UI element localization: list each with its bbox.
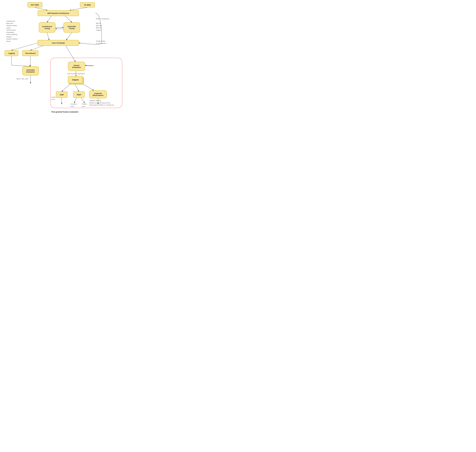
- nmt-node: NMT Baseline Architecture: [38, 10, 79, 16]
- submodel-tuning-node: Submodel Tuning: [63, 22, 80, 33]
- logging-node: Logging: [5, 50, 18, 56]
- dgt-label: DGT (55k): [31, 4, 39, 6]
- arch-tuning-node: Architecture Tuning: [39, 22, 55, 33]
- bpe-label: BPE 8k BPE 16k BPE 32k Unigram: [96, 22, 102, 31]
- svg-line-9: [30, 46, 43, 50]
- sqm-label: SQM: [60, 94, 64, 96]
- auto-eval-node: Automatic Evaluation: [22, 66, 39, 75]
- outputs-node: Outputs: [68, 76, 85, 84]
- svg-line-20: [74, 98, 77, 103]
- train-full-label: Train Full Model: [52, 42, 65, 44]
- pa-node: PA (88k): [80, 2, 95, 7]
- train-full-node: Train Full Model: [38, 40, 79, 46]
- linguistic-node: Linguistic Observations: [89, 90, 107, 98]
- levels-label: Levels 0 to 6: [51, 96, 56, 100]
- sqm-node: SQM: [56, 92, 67, 98]
- dgt-node: DGT (55k): [27, 2, 42, 7]
- svg-line-11: [11, 65, 31, 66]
- auto-eval-label: Automatic Evaluation: [26, 69, 35, 73]
- svg-line-1: [70, 7, 87, 10]
- output-page-3: Outputs: [68, 76, 83, 83]
- colab-label: Google Colab or Local Server: [96, 40, 106, 45]
- fine-grained-label: Fine-grained human evaluation: [52, 111, 78, 113]
- diagram-container: DGT (55k) PA (88k) NMT Baseline Architec…: [0, 0, 126, 117]
- mqm-node: MQM: [73, 92, 85, 98]
- annotators-text: Annotators: [86, 65, 93, 66]
- svg-line-2: [47, 16, 52, 22]
- human-eval-label: Human Evaluation: [72, 64, 81, 68]
- nmt-label: NMT Baseline Architecture: [47, 12, 69, 14]
- rnn-label: RNN or Transformer: [96, 18, 109, 20]
- svg-line-4: [47, 33, 49, 40]
- logging-label: Logging: [8, 52, 15, 54]
- svg-line-21: [81, 98, 85, 103]
- arrows-svg: [0, 0, 126, 117]
- outputs-label: Outputs: [72, 79, 79, 81]
- arch-tuning-label: Architecture Tuning: [42, 26, 52, 29]
- accuracy-label: Accuracy score: [71, 103, 77, 107]
- submodel-tuning-label: Submodel Tuning: [67, 26, 76, 29]
- pa-label: PA (88k): [84, 4, 91, 6]
- tensorboard-node: Tensorboard: [22, 50, 38, 56]
- svg-line-0: [35, 7, 47, 10]
- svg-line-8: [11, 43, 38, 50]
- mqm-label: MQM: [77, 94, 81, 96]
- svg-line-17: [75, 84, 79, 92]
- svg-line-3: [65, 16, 72, 22]
- tensorboard-label: Tensorboard: [25, 52, 35, 54]
- linguistic-label: Linguistic Observations: [92, 92, 104, 96]
- arch-params-label: Learning rate Batch size Attention Heads…: [6, 20, 33, 42]
- human-eval-node: Human Evaluation: [68, 62, 85, 71]
- svg-line-5: [66, 33, 72, 40]
- bleu-label: BLEU, TER, ChrF: [17, 78, 28, 80]
- fluency-label: Fluency score: [82, 103, 87, 107]
- linguistic-notes-label: Interpret meaning Identify core grammati…: [89, 100, 115, 106]
- annotators-label: Annotators: [86, 65, 93, 67]
- inter-annotator-label: Inter-annotator agreement: [67, 73, 85, 75]
- svg-line-16: [62, 83, 71, 92]
